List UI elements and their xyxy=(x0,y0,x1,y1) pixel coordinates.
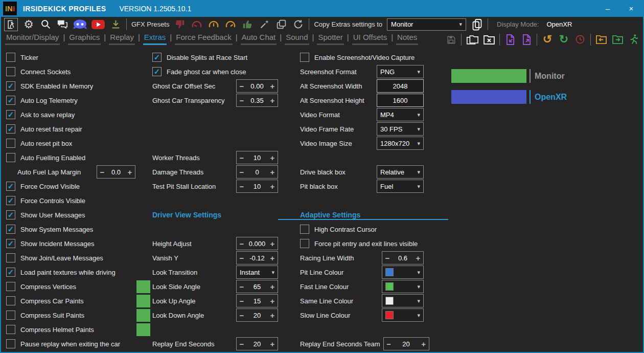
slow-line-colour-dropdown[interactable]: ▾ xyxy=(382,308,424,322)
plus-button[interactable]: + xyxy=(267,254,278,262)
minus-button[interactable]: − xyxy=(237,297,247,305)
video-frame-rate-dropdown[interactable]: 30 FPS▾ xyxy=(377,122,424,136)
compress-helmet-paints-checkbox[interactable] xyxy=(6,325,15,334)
redo-button[interactable]: ↻ xyxy=(558,33,570,46)
replay-end-seconds-stepper[interactable]: −20+ xyxy=(236,337,278,350)
minus-button[interactable]: − xyxy=(237,168,247,176)
look-side-angle-stepper[interactable]: −65+ xyxy=(236,280,278,293)
tab-sound[interactable]: Sound xyxy=(285,33,309,45)
save-button[interactable] xyxy=(445,33,457,46)
drive-black-box-dropdown[interactable]: Relative▾ xyxy=(377,165,424,179)
ghost-car-transparency-stepper[interactable]: −0.35+ xyxy=(236,94,278,107)
vanish-y-stepper[interactable]: −-0.12+ xyxy=(236,251,278,264)
pit-black-box-dropdown[interactable]: Fuel▾ xyxy=(377,180,424,193)
gfx-preset-low-button[interactable] xyxy=(191,18,203,31)
disable-splits-checkbox[interactable]: ✓ xyxy=(152,53,162,62)
show-incident-messages-checkbox[interactable]: ✓ xyxy=(6,239,15,248)
discord-button[interactable] xyxy=(73,18,87,31)
damage-threads-stepper[interactable]: −0+ xyxy=(236,165,278,179)
copy-preset-button[interactable] xyxy=(275,18,287,31)
minus-button[interactable]: − xyxy=(237,282,247,291)
show-system-messages-checkbox[interactable]: ✓ xyxy=(6,225,15,234)
tab-force-feedback[interactable]: Force Feedback xyxy=(175,33,232,45)
auto-fuelling-checkbox[interactable] xyxy=(6,153,15,162)
minus-button[interactable]: − xyxy=(237,340,247,348)
import-profile-button[interactable] xyxy=(504,33,516,46)
exit-button[interactable] xyxy=(4,18,18,31)
plus-button[interactable]: + xyxy=(413,254,423,262)
ask-save-replay-checkbox[interactable]: ✓ xyxy=(6,110,15,119)
sdk-enabled-checkbox[interactable]: ✓ xyxy=(6,81,15,91)
search-button[interactable] xyxy=(39,18,52,31)
replay-end-seconds-team-stepper[interactable]: −20+ xyxy=(383,337,429,350)
minus-button[interactable]: − xyxy=(384,340,394,348)
openxr-bar[interactable] xyxy=(451,90,526,104)
gfx-preset-mid-button[interactable] xyxy=(208,18,220,31)
minus-button[interactable]: − xyxy=(237,254,247,262)
minimize-button[interactable]: – xyxy=(596,0,619,17)
show-join-leave-checkbox[interactable] xyxy=(6,253,15,262)
auto-reset-pit-box-checkbox[interactable] xyxy=(6,139,15,148)
auto-fuel-lap-margin-stepper[interactable]: −0.0+ xyxy=(97,165,135,179)
force-controls-checkbox[interactable]: ✓ xyxy=(6,196,15,205)
screenshot-format-dropdown[interactable]: PNG▾ xyxy=(377,65,424,78)
video-image-size-dropdown[interactable]: 1280x720▾ xyxy=(377,137,424,150)
minus-button[interactable]: − xyxy=(97,168,107,176)
tab-extras[interactable]: Extras xyxy=(143,33,167,45)
auto-reset-fast-repair-checkbox[interactable]: ✓ xyxy=(6,124,15,134)
show-user-messages-checkbox[interactable]: ✓ xyxy=(6,210,15,219)
plus-button[interactable]: + xyxy=(125,168,135,176)
minus-button[interactable]: − xyxy=(237,96,247,105)
plus-button[interactable]: + xyxy=(267,153,278,162)
plus-button[interactable]: + xyxy=(267,182,278,191)
plus-button[interactable]: + xyxy=(267,311,278,320)
download-button[interactable] xyxy=(109,18,122,31)
open-profiles-button[interactable] xyxy=(466,33,479,46)
launch-button[interactable] xyxy=(628,33,640,46)
minus-button[interactable]: − xyxy=(237,182,247,191)
ticker-checkbox[interactable] xyxy=(6,53,15,62)
close-button[interactable]: × xyxy=(619,0,643,17)
racing-line-width-stepper[interactable]: −0.6+ xyxy=(382,251,424,264)
high-contrast-cursor-checkbox[interactable] xyxy=(300,225,309,234)
fast-line-colour-dropdown[interactable]: ▾ xyxy=(382,280,424,293)
chat-button[interactable] xyxy=(56,18,68,31)
gfx-preset-lowest-button[interactable] xyxy=(174,18,186,31)
connect-sockets-checkbox[interactable] xyxy=(6,67,15,76)
minus-button[interactable]: − xyxy=(382,254,393,262)
minus-button[interactable]: − xyxy=(237,82,247,91)
gfx-preset-high-button[interactable] xyxy=(224,18,237,31)
worker-threads-stepper[interactable]: −10+ xyxy=(236,151,278,164)
alt-screenshot-width-input[interactable]: 2048 xyxy=(377,79,424,93)
copy-extras-dropdown[interactable]: Monitor ▾ xyxy=(387,18,466,31)
plus-button[interactable]: + xyxy=(267,96,278,105)
alt-screenshot-height-input[interactable]: 1600 xyxy=(377,94,424,107)
history-button[interactable] xyxy=(574,33,586,46)
test-pit-stall-stepper[interactable]: −10+ xyxy=(236,180,278,193)
look-up-angle-stepper[interactable]: −15+ xyxy=(236,294,278,307)
look-transition-dropdown[interactable]: Instant▾ xyxy=(236,266,278,279)
plus-button[interactable]: + xyxy=(419,340,429,348)
tab-monitor-display[interactable]: Monitor/Display xyxy=(5,33,60,45)
pit-line-colour-dropdown[interactable]: ▾ xyxy=(382,266,424,279)
auto-preset-button[interactable] xyxy=(258,18,270,31)
settings-button[interactable]: ⚙ xyxy=(22,18,35,31)
plus-button[interactable]: + xyxy=(267,239,278,248)
copy-extras-button[interactable] xyxy=(471,18,483,31)
force-crowd-checkbox[interactable]: ✓ xyxy=(6,182,15,191)
pause-replay-checkbox[interactable] xyxy=(6,339,15,348)
compress-car-paints-checkbox[interactable] xyxy=(6,296,15,305)
plus-button[interactable]: + xyxy=(267,82,278,91)
plus-button[interactable]: + xyxy=(267,282,278,291)
minus-button[interactable]: − xyxy=(237,239,247,248)
previous-profile-button[interactable] xyxy=(595,33,607,46)
height-adjust-stepper[interactable]: −0.000+ xyxy=(236,237,278,250)
compress-vertices-checkbox[interactable] xyxy=(6,282,15,291)
tab-ui-offsets[interactable]: UI Offsets xyxy=(352,33,388,45)
force-pit-lines-checkbox[interactable] xyxy=(300,239,309,248)
tab-spotter[interactable]: Spotter xyxy=(317,33,343,45)
load-paint-textures-checkbox[interactable]: ✓ xyxy=(6,268,15,277)
auto-log-telemetry-checkbox[interactable]: ✓ xyxy=(6,96,15,105)
gfx-preset-best-button[interactable] xyxy=(241,18,254,31)
tab-replay[interactable]: Replay xyxy=(109,33,135,45)
